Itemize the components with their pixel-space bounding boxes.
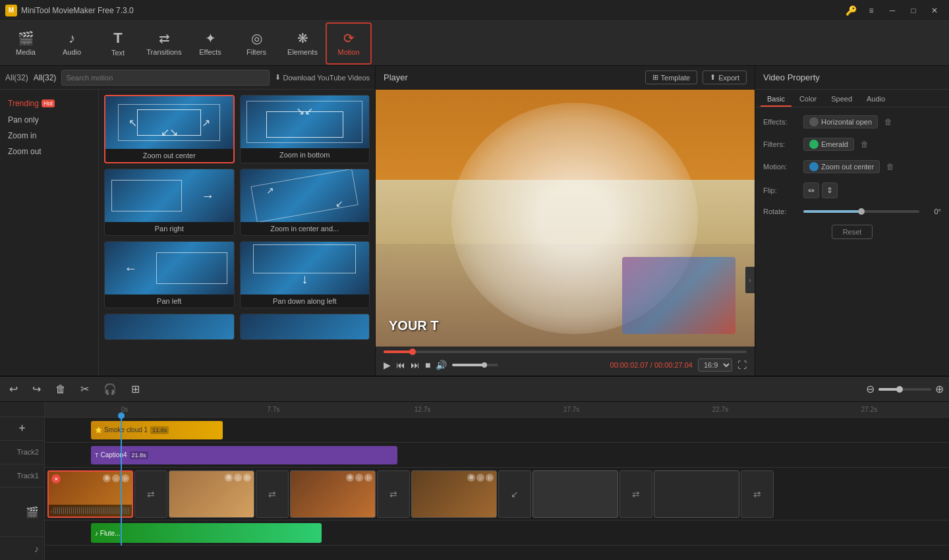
video-track-label: 🎬 (0, 487, 44, 536)
motion-card-pan-left[interactable]: ← Pan left (104, 241, 235, 308)
zoom-in-timeline-btn[interactable]: ⊕ (935, 383, 944, 395)
settings-btn[interactable]: ≡ (862, 4, 880, 17)
transition-6[interactable]: ⇄ (741, 470, 774, 518)
effects-chip[interactable]: Horizontal open (803, 115, 878, 128)
clip-smoke-cloud[interactable]: ⭐ Smoke cloud 1 11.6s (91, 421, 223, 439)
motion-card-pan-right[interactable]: → Pan right (104, 169, 235, 236)
add-media-btn[interactable]: + (0, 417, 44, 441)
toolbar-filters[interactable]: ◎ Filters (233, 22, 279, 65)
motion-card-pan-down[interactable]: ↓ Pan down along left (240, 241, 370, 308)
toolbar-audio[interactable]: ♪ Audio (49, 22, 95, 65)
reset-btn[interactable]: Reset (832, 225, 873, 239)
flip-horizontal-btn[interactable]: ⇔ (803, 182, 819, 198)
download-btn[interactable]: ⬇ Download YouTube Videos (275, 73, 370, 82)
transition-1[interactable]: ⇄ (134, 470, 167, 518)
timeline-zoom: ⊖ ⊕ (866, 383, 944, 395)
sidebar-item-zoom-in[interactable]: Zoom in (0, 128, 98, 144)
clip-caption[interactable]: T Caption4 21.8s (91, 446, 397, 464)
play-btn[interactable]: ▶ (384, 360, 391, 370)
zoom-out-timeline-btn[interactable]: ⊖ (866, 383, 875, 395)
timeline-body: + Track2 Track1 🎬 ♪ 0s 7.7s 12.7s 17.7s … (0, 402, 949, 560)
fullscreen-btn[interactable]: ⛶ (737, 360, 747, 370)
left-panel: All(32) All(32) ⬇ Download YouTube Video… (0, 66, 376, 376)
maximize-btn[interactable]: □ (904, 4, 923, 17)
motion-card-zoom-in-bottom[interactable]: ↘↙ Zoom in bottom (240, 95, 370, 163)
flip-vertical-btn[interactable]: ⇕ (822, 182, 838, 198)
tab-basic[interactable]: Basic (761, 92, 791, 107)
transition-3[interactable]: ⇄ (377, 470, 410, 518)
toolbar-elements[interactable]: ❋ Elements (279, 22, 326, 65)
playhead[interactable] (121, 418, 122, 546)
track1-row: T Caption4 21.8s (45, 443, 949, 468)
rotate-slider[interactable] (803, 210, 919, 213)
audio-track-row: ♪ Flute... (45, 520, 949, 546)
effects-delete[interactable]: 🗑 (884, 117, 892, 126)
transition-2[interactable]: ⇄ (256, 470, 289, 518)
all-count-label: All(32) (5, 73, 28, 82)
transition-5[interactable]: ⇄ (619, 470, 652, 518)
motion-card-zoom-out-center[interactable]: ↖ ↗ ↙↘ Zoom out center (104, 95, 235, 163)
video-track-row: ⚙ ○ ▷ ✕ ♪ ⇄ (45, 468, 949, 520)
aspect-ratio-select[interactable]: 16:9 9:16 4:3 1:1 (698, 358, 732, 372)
template-icon: ⊞ (652, 73, 658, 82)
toolbar-effects[interactable]: ✦ Effects (187, 22, 233, 65)
progress-bar[interactable] (384, 350, 747, 353)
rotate-value: 0° (925, 208, 941, 215)
timeline-scroll-area[interactable]: 0s 7.7s 12.7s 17.7s 22.7s 27.2s ⭐ Smoke … (45, 402, 949, 560)
track1-label: Track1 (0, 464, 44, 488)
player-video: YOUR T (376, 90, 755, 347)
audio-btn[interactable]: 🎧 (100, 381, 121, 397)
filters-chip[interactable]: Emerald (803, 138, 854, 151)
tab-audio[interactable]: Audio (860, 92, 892, 107)
video-thumb-3[interactable]: ⚙ ○ ▷ (290, 470, 376, 518)
export-btn[interactable]: ⬆ Export (703, 70, 747, 84)
toolbar-media[interactable]: 🎬 Media (3, 22, 49, 65)
stop-btn[interactable]: ■ (425, 360, 430, 370)
audio-clip[interactable]: ♪ Flute... (91, 523, 322, 543)
sidebar-item-pan-only[interactable]: Pan only (0, 112, 98, 128)
motion-card-zoom-in-center[interactable]: ↗ ↙ Zoom in center and... (240, 169, 370, 236)
track2-row: ⭐ Smoke cloud 1 11.6s (45, 418, 949, 443)
search-input[interactable] (61, 70, 269, 86)
video-thumb-5[interactable] (532, 470, 618, 518)
motion-card-extra1[interactable] (104, 314, 235, 340)
motion-chip-icon (809, 162, 819, 171)
panel-expand-arrow[interactable]: › (745, 267, 755, 293)
all-label-text: All(32) (34, 73, 57, 82)
next-btn[interactable]: ⏭ (411, 360, 420, 370)
volume-btn[interactable]: 🔊 (436, 360, 447, 370)
app-icon: M (5, 5, 17, 16)
video-thumb-4[interactable]: ⚙ ○ ▷ (411, 470, 497, 518)
undo-btn[interactable]: ↩ (5, 381, 22, 397)
tab-speed[interactable]: Speed (824, 92, 859, 107)
cut-btn[interactable]: ✂ (76, 381, 93, 397)
timeline-toolbar: ↩ ↪ 🗑 ✂ 🎧 ⊞ ⊖ ⊕ (0, 377, 949, 402)
motion-card-extra2[interactable] (240, 314, 370, 340)
prev-btn[interactable]: ⏮ (396, 360, 405, 370)
toolbar-motion[interactable]: ⟳ Motion (326, 22, 372, 65)
filters-row: Filters: Emerald 🗑 (763, 138, 941, 151)
crop-btn[interactable]: ⊞ (127, 381, 144, 397)
redo-btn[interactable]: ↪ (28, 381, 45, 397)
transition-4[interactable]: ↙ (498, 470, 531, 518)
toolbar-text[interactable]: T Text (95, 22, 141, 65)
minimize-btn[interactable]: ─ (883, 4, 902, 17)
tab-color[interactable]: Color (793, 92, 823, 107)
sidebar-item-trending[interactable]: Trending Hot (0, 95, 98, 112)
template-btn[interactable]: ⊞ Template (645, 70, 698, 84)
property-tabs: Basic Color Speed Audio (755, 90, 949, 107)
titlebar: M MiniTool MovieMaker Free 7.3.0 🔑 ≡ ─ □… (0, 0, 949, 21)
filters-delete[interactable]: 🗑 (861, 140, 869, 149)
zoom-slider[interactable] (878, 388, 931, 391)
video-thumb-6[interactable] (654, 470, 739, 518)
video-thumb-2[interactable]: ⚙ ○ ▷ (169, 470, 254, 518)
volume-slider[interactable] (452, 364, 498, 366)
sidebar-item-zoom-out[interactable]: Zoom out (0, 144, 98, 159)
delete-btn[interactable]: 🗑 (51, 381, 70, 397)
motion-chip[interactable]: Zoom out center (803, 160, 880, 173)
motion-delete[interactable]: 🗑 (886, 162, 894, 171)
track2-label: Track2 (0, 440, 44, 464)
toolbar-transitions[interactable]: ⇄ Transitions (141, 22, 187, 65)
right-panel-header: Video Property (755, 66, 949, 90)
close-btn[interactable]: ✕ (925, 4, 944, 17)
